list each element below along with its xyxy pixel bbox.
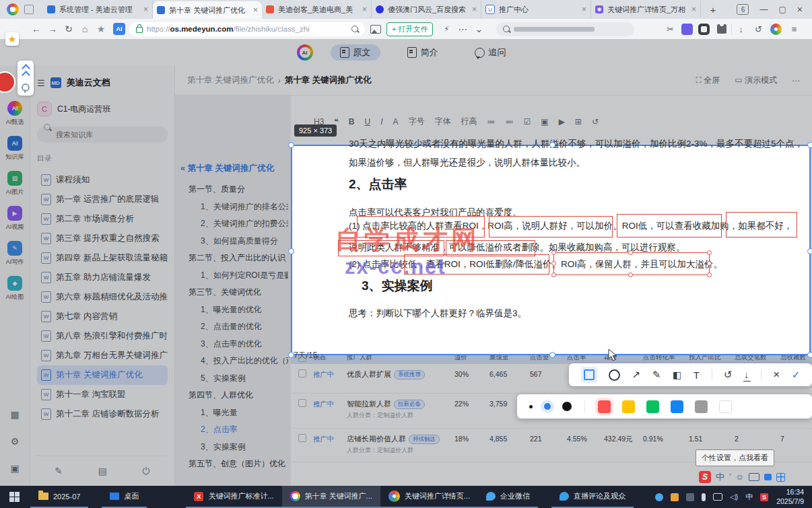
annotation-rect-7[interactable] [404, 254, 549, 275]
tray-display-icon[interactable] [713, 493, 722, 501]
taskbar-folder-button[interactable]: 2025-07 [30, 486, 88, 508]
selection-handle-s[interactable] [549, 352, 555, 358]
screenshot-selection-region[interactable]: 30天之内曝光较少或者没有的曝光量的人群，人群溢价不够，可以加溢价，加价比例2-… [291, 145, 811, 355]
ime-language-mode[interactable]: 中 [716, 471, 724, 483]
editor-image-icon[interactable]: ▣ [541, 117, 548, 126]
tray-orange-app-icon[interactable] [671, 493, 679, 501]
new-tab-button[interactable]: + [705, 4, 721, 15]
sidebar-item-ch6[interactable]: W第六章 标题精细优化及活动推 [37, 287, 168, 307]
premium-value[interactable]: 18% [454, 435, 469, 443]
taskbar-excel-button[interactable]: X 关键词推广标准计... [186, 486, 281, 508]
url-text[interactable]: https://os.medeyun.com/file/zhishiku/cla… [147, 25, 310, 33]
collapse-widget[interactable] [18, 61, 34, 96]
rail-item-ai-writing[interactable]: ✎ AI写作 [0, 241, 30, 266]
sidebar-item-ch2[interactable]: W第二章 市场调查分析 [37, 209, 168, 229]
screenshot-scissors-icon[interactable]: ✂ [661, 24, 679, 34]
start-button-icon[interactable] [9, 492, 20, 502]
rect-handle[interactable] [551, 261, 556, 266]
tray-volume-icon[interactable]: ◁) [730, 493, 738, 501]
browser-tab-5[interactable]: U 推广中心 × [481, 1, 591, 18]
toc-item[interactable]: 2、点击量的优化 [180, 318, 288, 336]
mosaic-tool[interactable]: ◧ [673, 369, 681, 380]
audience-name[interactable]: 店铺长期价值人群 [347, 435, 406, 443]
browser-tab-6[interactable]: ✱ 关键词推广详情页_万相 × [591, 1, 701, 18]
editor-font-size-menu[interactable]: 字号 [409, 116, 425, 127]
sidebar-item-ch8[interactable]: W第八章 热浪引擎和付费推广时 [37, 326, 168, 346]
browser-tab-2-active[interactable]: 第十章 关键词推广优化 × [153, 1, 262, 19]
rail-item-knowledge-base[interactable]: AI 知识库 [0, 136, 30, 161]
quick-launch-bolt-icon[interactable]: ⚡ [438, 25, 454, 34]
address-bar[interactable]: https://os.medeyun.com/file/zhishiku/cla… [129, 22, 365, 36]
tab-original-text[interactable]: 原文 [331, 44, 380, 61]
editor-video-icon[interactable]: ▶ [559, 117, 565, 126]
audience-name[interactable]: 优质人群扩展 [347, 370, 391, 378]
window-minimize-button[interactable]: — [759, 5, 768, 14]
toc-item[interactable]: 5、实操案例 [180, 370, 288, 388]
editor-undo-icon[interactable]: ↺ [592, 117, 599, 126]
breadcrumb-parent[interactable]: 第十章 关键词推广优化 [187, 75, 273, 86]
sidebar-item-ch11[interactable]: W第十一章 淘宝联盟 [37, 385, 168, 404]
editor-table-icon[interactable]: ⊞ [575, 117, 582, 126]
ellipse-tool[interactable] [609, 369, 620, 381]
editor-ordered-list-icon[interactable]: ≔ [487, 117, 496, 126]
tab-close-icon[interactable]: × [472, 5, 477, 14]
toc-item[interactable]: 第二节、投入产出比的认识 [180, 250, 288, 267]
toc-item[interactable]: 1、如何判定ROI是亏是赚 [180, 267, 288, 285]
app-ai-logo-icon[interactable] [297, 44, 313, 61]
premium-value[interactable]: 22% [454, 400, 469, 408]
taskbar-live-comments-button[interactable]: 直播评论及观众 [551, 486, 634, 508]
color-yellow[interactable] [622, 400, 635, 413]
toc-item[interactable]: 第五节、创意（图片）优化 [180, 456, 288, 473]
annotation-rect-selected[interactable] [553, 252, 710, 275]
toc-title[interactable]: « 第十章 关键词推广优化 [180, 163, 288, 174]
taskbar-medeyun-button-active[interactable]: 第十章 关键词推广... [282, 486, 380, 508]
color-white[interactable] [719, 400, 732, 413]
rect-handle[interactable] [551, 250, 556, 255]
audience-name[interactable]: 智能拉新人群 [347, 400, 391, 408]
toc-item[interactable]: 3、点击率的优化 [180, 336, 288, 353]
page-more-icon[interactable]: ⋯ [792, 76, 800, 85]
selection-handle-e[interactable] [807, 248, 812, 254]
sidebar-item-ch5[interactable]: W第五章 助力店铺流量爆发 [37, 268, 168, 287]
tab-close-icon[interactable]: × [582, 5, 586, 14]
color-red-selected[interactable] [598, 400, 611, 413]
rect-handle[interactable] [628, 273, 633, 277]
color-green[interactable] [646, 400, 659, 413]
bookmark-star-icon[interactable]: ★ [93, 24, 109, 34]
selection-handle-sw[interactable] [288, 352, 294, 358]
home-button[interactable]: ⌂ [77, 24, 93, 34]
sidebar-hamburger-icon[interactable]: ☰ [37, 78, 45, 88]
tray-mic-icon[interactable] [702, 493, 706, 501]
annotation-rect-4[interactable] [726, 212, 797, 238]
rect-handle[interactable] [707, 273, 712, 277]
selection-handle-n[interactable] [549, 142, 555, 148]
taskbar-clock[interactable]: 16:34 2025/7/9 [776, 488, 812, 506]
workspace-selector[interactable]: C C1-电商运营班 [37, 100, 168, 118]
taskbar-desktop-button[interactable]: 桌面 [102, 486, 147, 508]
editor-italic-icon[interactable]: I [380, 117, 382, 126]
ime-skin-icon[interactable] [764, 474, 772, 480]
tab-close-icon[interactable]: × [143, 5, 148, 14]
sidebar-item-ch9[interactable]: W第九章 万相台无界关键词推广 [37, 346, 168, 365]
save-download-icon[interactable]: ↓ [744, 369, 749, 380]
sidebar-edit-icon[interactable]: ✎ [55, 466, 63, 476]
rail-item-ai-drawing[interactable]: ◆ AI绘图 [0, 276, 30, 301]
browser-tab-3[interactable]: 美迪创客_美迪电商_美 × [262, 1, 372, 18]
tray-shield-icon[interactable] [686, 493, 694, 501]
tab-counter-badge[interactable]: 6 [737, 4, 749, 15]
tab-summary[interactable]: 简介 [398, 44, 448, 61]
rect-handle[interactable] [551, 273, 556, 277]
editor-font-color-icon[interactable]: A [393, 117, 399, 126]
tray-ime-lang[interactable]: 中 [745, 492, 753, 502]
rail-item-ai-video[interactable]: ▶ AI视频 [0, 206, 30, 231]
rail-puzzle-icon[interactable]: ▦ [10, 409, 19, 420]
selection-handle-nw[interactable] [288, 142, 294, 148]
row-checkbox[interactable] [298, 434, 306, 442]
browser-tab-4[interactable]: 傻强澳门风云_百度搜索 × [372, 1, 481, 18]
sidebar-archive-icon[interactable]: ▤ [98, 466, 107, 476]
browser-profile-icon[interactable] [770, 24, 782, 35]
extensions-puzzle-icon[interactable] [717, 24, 726, 34]
rect-handle[interactable] [628, 250, 633, 255]
text-tool[interactable]: T [693, 369, 700, 381]
taskbar-chrome-button[interactable]: 关键词推广详情页... [380, 486, 478, 508]
